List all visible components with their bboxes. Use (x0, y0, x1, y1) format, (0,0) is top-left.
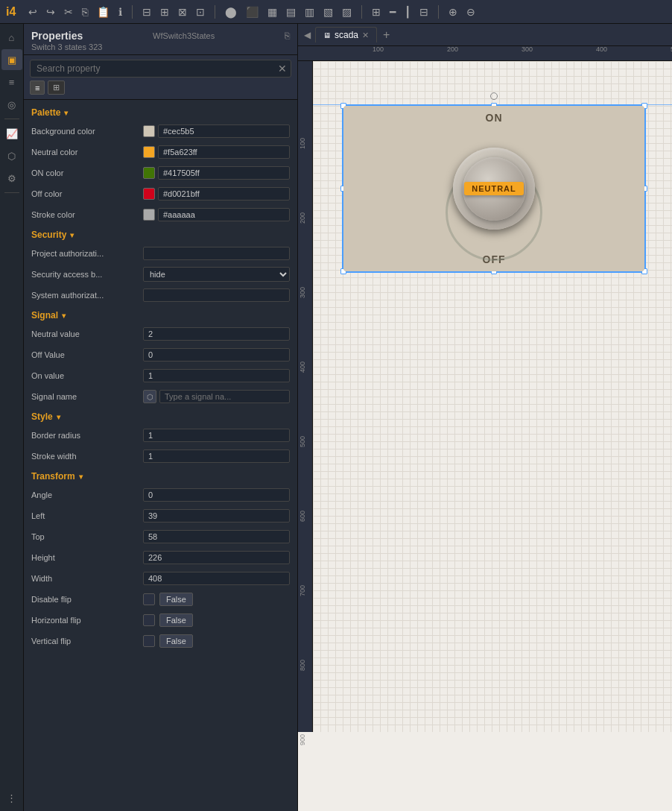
vertical-flip-value[interactable]: False (159, 634, 193, 648)
list-order-icon[interactable]: ⊟ (140, 4, 153, 19)
horizontal-flip-checkbox[interactable] (143, 614, 155, 626)
align-right-icon[interactable]: ▦ (265, 4, 279, 19)
neutral-color-input[interactable] (158, 145, 290, 159)
undo-icon[interactable]: ↩ (26, 4, 39, 19)
background-color-label: Background color (31, 127, 143, 136)
neutral-color-label: Neutral color (31, 148, 143, 157)
grid-view-toggle[interactable]: ⊞ (48, 81, 65, 95)
system-auth-input[interactable] (143, 288, 290, 302)
align-justify-icon[interactable]: ▤ (284, 4, 298, 19)
off-color-swatch[interactable] (143, 188, 155, 200)
width-row: Width (24, 568, 297, 589)
table-icon[interactable]: ⊞ (370, 4, 383, 19)
canvas-grid[interactable]: ON NEUTRAL (313, 61, 672, 732)
height-label: Height (31, 553, 143, 562)
switch-knob-inner[interactable]: NEUTRAL (463, 157, 526, 221)
background-color-input[interactable] (158, 124, 290, 138)
disable-flip-checkbox[interactable] (143, 593, 155, 605)
border-radius-input[interactable] (143, 429, 290, 442)
signal-icon[interactable]: ⬡ (1, 145, 22, 166)
height-input[interactable] (143, 551, 290, 564)
signal-section-header[interactable]: Signal ▾ (24, 306, 297, 324)
style-section-header[interactable]: Style ▾ (24, 407, 297, 425)
list-indent-icon[interactable]: ⊞ (158, 4, 171, 19)
switch-knob-outer[interactable]: NEUTRAL (453, 148, 535, 230)
neutral-value-input[interactable] (143, 327, 290, 341)
frame-h-icon[interactable]: ━ (387, 4, 398, 19)
horizontal-flip-row: Horizontal flip False (24, 610, 297, 631)
split-icon[interactable]: ⊟ (417, 4, 431, 19)
width-input[interactable] (143, 572, 290, 585)
tab-nav-left-icon[interactable]: ◀ (301, 30, 314, 40)
signal-browse-icon[interactable]: ⬡ (143, 390, 156, 403)
search-input[interactable] (30, 60, 291, 78)
horizontal-flip-value[interactable]: False (159, 613, 193, 627)
alarm-icon[interactable]: ◎ (1, 94, 22, 115)
scada-tab[interactable]: 🖥 scada ✕ (315, 27, 377, 42)
list-view-toggle[interactable]: ≡ (30, 81, 45, 95)
dots-icon[interactable]: ⋮ (1, 787, 22, 808)
width-label: Width (31, 574, 143, 583)
list-outdent-icon[interactable]: ⊠ (176, 4, 189, 19)
off-color-input[interactable] (158, 187, 290, 201)
security-section-header[interactable]: Security ▾ (24, 225, 297, 243)
paste-icon[interactable]: 📋 (95, 4, 112, 19)
off-color-row: Off color (24, 183, 297, 204)
horizontal-flip-label: Horizontal flip (31, 616, 143, 625)
align-vcenter-icon[interactable]: ▧ (321, 4, 335, 19)
zoom-out-icon[interactable]: ⊖ (464, 4, 478, 19)
list-group-icon[interactable]: ⊡ (194, 4, 207, 19)
tab-bar: ◀ 🖥 scada ✕ + (298, 24, 672, 46)
border-radius-row: Border radius (24, 425, 297, 446)
neutral-color-swatch[interactable] (143, 146, 155, 158)
on-color-swatch[interactable] (143, 167, 155, 179)
stroke-width-input[interactable] (143, 449, 290, 463)
neutral-value-label: Neutral value (31, 329, 143, 338)
search-clear-icon[interactable]: ✕ (278, 63, 287, 75)
settings-icon[interactable]: ⚙ (1, 168, 22, 189)
cut-icon[interactable]: ✂ (62, 4, 75, 19)
frame-v-icon[interactable]: ┃ (402, 4, 413, 19)
align-left-icon[interactable]: ⬤ (223, 4, 239, 19)
security-access-label: Security access b... (31, 270, 143, 279)
zoom-in-icon[interactable]: ⊕ (446, 4, 460, 19)
security-access-select[interactable]: hide show disable (143, 267, 290, 282)
switch-widget: ON NEUTRAL (343, 106, 644, 271)
align-top-icon[interactable]: ▥ (302, 4, 317, 19)
off-value-input[interactable] (143, 348, 290, 362)
ruler-mark-100: 100 (373, 46, 384, 53)
copy-icon[interactable]: ⎘ (80, 4, 90, 19)
home-icon[interactable]: ⌂ (1, 27, 22, 48)
project-auth-input[interactable] (143, 247, 290, 260)
widget-icon[interactable]: ▣ (1, 49, 22, 70)
switch-widget-container[interactable]: ON NEUTRAL (342, 104, 646, 273)
left-input[interactable] (143, 509, 290, 523)
palette-section-header[interactable]: Palette ▾ (24, 103, 297, 121)
widget-type-label: WfSwitch3States (153, 31, 215, 40)
icon-bar: ⌂ ▣ ≡ ◎ 📈 ⬡ ⚙ ⋮ (0, 24, 24, 811)
disable-flip-value[interactable]: False (159, 593, 193, 606)
stroke-color-swatch[interactable] (143, 209, 155, 221)
transform-section-header[interactable]: Transform ▾ (24, 467, 297, 485)
on-value-input[interactable] (143, 369, 290, 382)
background-color-swatch[interactable] (143, 125, 155, 137)
copy-props-icon[interactable]: ⎘ (285, 31, 290, 41)
layers-icon[interactable]: ≡ (1, 72, 22, 92)
canvas-container[interactable]: 100 200 300 400 500 100 200 300 400 500 … (298, 46, 672, 811)
info-icon[interactable]: ℹ (116, 4, 124, 19)
redo-icon[interactable]: ↪ (44, 4, 57, 19)
add-tab-icon[interactable]: + (378, 28, 394, 42)
tab-close-icon[interactable]: ✕ (362, 31, 369, 40)
on-color-input[interactable] (158, 166, 290, 180)
angle-input[interactable] (143, 488, 290, 502)
vertical-flip-checkbox[interactable] (143, 635, 155, 647)
trend-icon[interactable]: 📈 (1, 123, 22, 144)
signal-name-input[interactable] (159, 390, 290, 403)
top-input[interactable] (143, 530, 290, 543)
tab-label: scada (335, 30, 358, 40)
stroke-color-row: Stroke color (24, 204, 297, 225)
stroke-color-input[interactable] (158, 208, 290, 221)
align-center-icon[interactable]: ⬛ (244, 4, 261, 19)
align-bottom-icon[interactable]: ▨ (340, 4, 354, 19)
ruler-left-800: 800 (299, 660, 306, 671)
